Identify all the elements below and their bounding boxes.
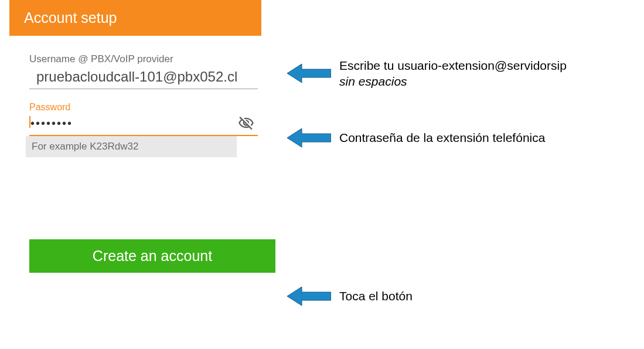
annotation-username: Escribe tu usuario-extension@servidorsip… [287, 57, 567, 90]
username-input[interactable] [29, 66, 258, 89]
annotation-text: Toca el botón [339, 288, 413, 304]
password-input[interactable] [29, 117, 238, 130]
password-label: Password [29, 102, 258, 113]
annotation-button: Toca el botón [287, 285, 413, 307]
username-label: Username @ PBX/VoIP provider [29, 53, 258, 65]
annotation-layer: Escribe tu usuario-extension@servidorsip… [275, 0, 627, 273]
svg-marker-1 [287, 128, 331, 147]
annotation-text: Escribe tu usuario-extension@servidorsip… [339, 57, 567, 90]
create-account-button[interactable]: Create an account [29, 239, 275, 273]
svg-marker-2 [287, 287, 331, 306]
account-setup-panel: Account setup Username @ PBX/VoIP provid… [12, 0, 275, 273]
arrow-left-icon [287, 285, 331, 307]
annotation-text: Contraseña de la extensión telefónica [339, 130, 545, 145]
text-cursor [29, 116, 30, 128]
header-title: Account setup [9, 0, 261, 36]
svg-marker-0 [287, 64, 331, 83]
annotation-password: Contraseña de la extensión telefónica [287, 127, 545, 149]
toggle-password-visibility-icon[interactable] [238, 115, 254, 131]
arrow-left-icon [287, 62, 331, 84]
password-hint: For example K23Rdw32 [26, 136, 237, 157]
arrow-left-icon [287, 127, 331, 149]
